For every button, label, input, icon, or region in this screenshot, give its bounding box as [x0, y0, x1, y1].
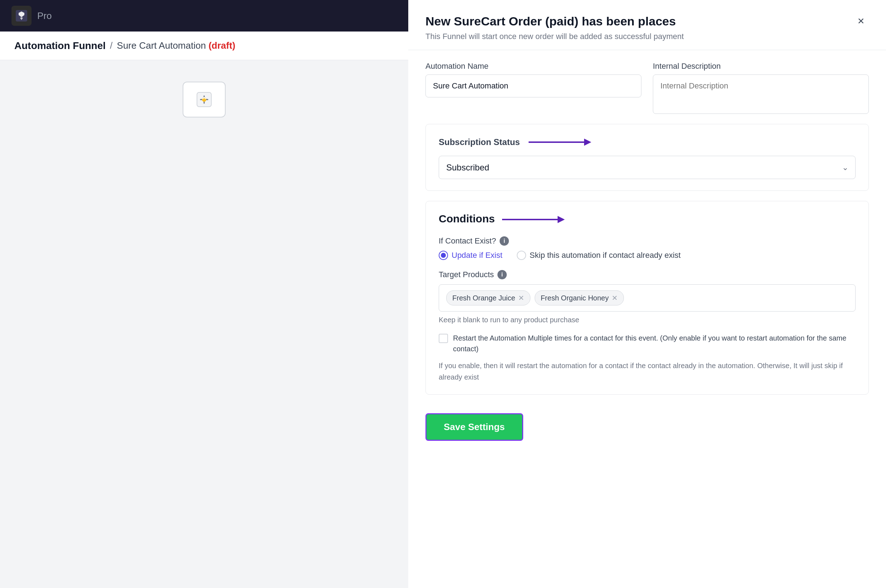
radio-update-option[interactable]: Update if Exist: [439, 250, 502, 260]
conditions-header-row: Conditions: [439, 213, 856, 226]
subscription-card: Subscription Status Subscribed Unsubscri…: [426, 124, 869, 191]
conditions-card: Conditions If Contact Exist? i: [426, 201, 869, 394]
restart-label: Restart the Automation Multiple times fo…: [453, 333, 856, 354]
internal-description-group: Internal Description: [653, 62, 869, 114]
breadcrumb-draft: (draft): [208, 40, 235, 51]
close-button[interactable]: ×: [853, 13, 869, 28]
radio-skip-circle: [517, 250, 526, 260]
canvas-area: [0, 60, 408, 588]
pro-label: Pro: [37, 10, 52, 21]
product-tag-orange-juice: Fresh Orange Juice ✕: [446, 290, 531, 306]
radio-skip-option[interactable]: Skip this automation if contact already …: [517, 250, 681, 260]
breadcrumb: Automation Funnel / Sure Cart Automation…: [0, 32, 408, 60]
fields-row: Automation Name Internal Description: [426, 62, 869, 114]
modal-title: New SureCart Order (paid) has been place…: [426, 14, 869, 28]
target-products-info-icon: i: [498, 270, 507, 279]
conditions-title: Conditions: [439, 213, 495, 225]
target-products-box[interactable]: Fresh Orange Juice ✕ Fresh Organic Honey…: [439, 284, 856, 312]
contact-exist-label: If Contact Exist? i: [439, 236, 856, 246]
remove-organic-honey-icon[interactable]: ✕: [612, 294, 618, 302]
internal-description-label: Internal Description: [653, 62, 869, 71]
save-area: Save Settings: [408, 406, 886, 458]
product-tag-organic-honey: Fresh Organic Honey ✕: [535, 290, 624, 306]
svg-marker-6: [558, 216, 565, 223]
subscription-select[interactable]: Subscribed Unsubscribed Pending: [439, 156, 856, 179]
modal-body: Automation Name Internal Description Sub…: [408, 50, 886, 406]
subscription-select-wrapper: Subscribed Unsubscribed Pending ⌄: [439, 156, 856, 179]
breadcrumb-current: Sure Cart Automation (draft): [117, 40, 235, 51]
remove-orange-juice-icon[interactable]: ✕: [518, 294, 524, 302]
restart-checkbox[interactable]: [439, 334, 448, 343]
breadcrumb-separator: /: [110, 40, 112, 51]
breadcrumb-parent: Automation Funnel: [14, 40, 106, 52]
save-settings-button[interactable]: Save Settings: [426, 413, 523, 441]
modal-panel: New SureCart Order (paid) has been place…: [408, 0, 886, 588]
svg-point-2: [202, 98, 206, 102]
restart-checkbox-row: Restart the Automation Multiple times fo…: [439, 333, 856, 354]
automation-name-label: Automation Name: [426, 62, 642, 71]
modal-subtitle: This Funnel will start once new order wi…: [426, 32, 869, 41]
modal-header: New SureCart Order (paid) has been place…: [408, 0, 886, 50]
target-products-label: Target Products i: [439, 270, 856, 279]
svg-marker-4: [584, 139, 591, 146]
automation-name-input[interactable]: [426, 75, 642, 98]
contact-exist-info-icon: i: [499, 236, 509, 246]
app-logo: [12, 6, 31, 26]
radio-group: Update if Exist Skip this automation if …: [439, 250, 856, 260]
arrow-indicator: [529, 136, 593, 148]
radio-update-dot: [441, 253, 446, 258]
internal-description-textarea[interactable]: [653, 75, 869, 114]
radio-skip-label: Skip this automation if contact already …: [530, 250, 681, 260]
conditions-arrow: [502, 213, 567, 226]
subscription-label: Subscription Status: [439, 137, 520, 147]
radio-update-label: Update if Exist: [451, 250, 502, 260]
restart-info-text: If you enable, then it will restart the …: [439, 360, 856, 383]
radio-update-circle: [439, 250, 448, 260]
canvas-node: [183, 82, 226, 117]
topbar: Pro: [0, 0, 408, 32]
subscription-header-row: Subscription Status: [439, 136, 856, 148]
blank-hint: Keep it blank to run to any product purc…: [439, 316, 856, 324]
automation-name-group: Automation Name: [426, 62, 642, 114]
